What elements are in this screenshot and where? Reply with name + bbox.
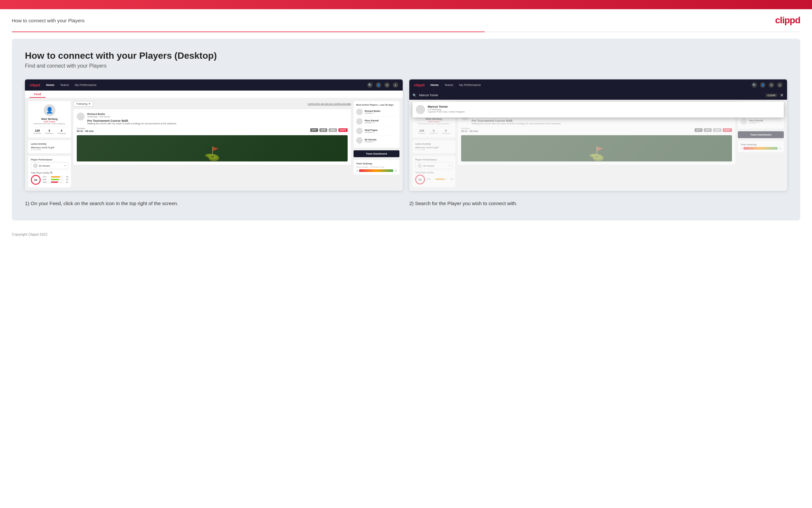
player-performance-card: Player Performance Eli Vincent ▾ Total P… [28,156,71,187]
user-icon[interactable]: 👤 [376,82,381,88]
mock-app-2: clippd Home Teams My Performance 🔍 👤 ⚙ ●… [409,79,787,190]
search-close-button[interactable]: ✕ [780,92,784,98]
profile-role-2: Golf Coach [416,120,452,123]
nav-item-teams[interactable]: Teams [60,83,69,87]
latest-activity-label-2: Latest Activity [415,143,452,145]
team-heatmap-label: Team Heatmap [356,162,397,165]
team-dashboard-button[interactable]: Team Dashboard [353,150,399,157]
player-select-avatar-2 [418,163,422,168]
shot-tags: OTT APP ARG PUTT [310,128,348,132]
feed-tab[interactable]: Feed [30,91,46,98]
nav-item-teams-2[interactable]: Teams [444,83,453,87]
player-perf-label: Player Performance [31,159,68,161]
total-quality-label-2: Total Player Quality [415,171,452,174]
duration-label-2: Duration [461,127,478,130]
player-select-name-2: Eli Vincent [423,165,448,167]
player-name: Hiral Pujara [365,129,397,131]
search-icon-2[interactable]: 🔍 [752,82,757,88]
profile-name: Blair McHarg [32,118,67,120]
heatmap-bar-2 [744,147,777,150]
app-right-1: Most Active Players - Last 30 days Richa… [353,101,399,187]
app-body-1: Blair McHarg Golf Coach Mill Ride Golf C… [25,98,403,190]
activity-desc-2: Walking the course with my coach to buil… [472,122,732,125]
stat-followers: 3 Followers [45,129,53,134]
panel-2: clippd Home Teams My Performance 🔍 👤 ⚙ ●… [409,79,787,190]
player-avatar [356,118,363,125]
player-perf-card-2: Player Performance Eli Vincent ▾ Total P… [413,156,455,187]
putt-tag-2: PUTT [723,128,732,132]
total-quality-label: Total Player Quality i [31,171,68,174]
arg-tag: ARG [329,128,337,132]
activity-meta: Yesterday · The Grove [87,116,348,118]
activity-info: Richard Butler Yesterday · The Grove Pre… [87,113,348,125]
app-nav-logo: clippd [30,83,40,87]
list-item: Piers Parnell Activities: 4 [356,117,397,126]
settings-icon[interactable]: ⚙ [384,82,390,88]
player-select-2: Eli Vincent ▾ [415,162,452,169]
search-input[interactable]: Marcus Turner [419,93,763,97]
following-button[interactable]: Following ▾ [74,101,93,107]
control-link[interactable]: Control who can see your activity and da… [307,103,351,105]
stat-followers-2: 3 Followers [429,129,438,134]
stat-followers-label-2: Followers [429,132,438,134]
panel-2-caption: 2) Search for the Player you wish to con… [409,200,787,207]
ott-bar-row: OTT 79 [43,176,68,178]
team-heatmap-card-2: Team Heatmap -5 +5 [738,141,784,152]
duration-label: Duration [77,127,94,130]
active-players-label: Most Active Players - Last 30 days [356,104,397,106]
stat-activities-2: 129 Activities [418,129,426,134]
player-name: Eli Vincent [365,138,397,141]
nav-item-performance[interactable]: My Performance [75,83,96,87]
app-left-1: Blair McHarg Golf Coach Mill Ride Golf C… [28,101,71,187]
header-divider [12,32,800,32]
avatar-icon[interactable]: ● [393,82,398,88]
stat-followers-num: 3 [45,129,53,132]
quality-section: 84 OTT 79 [31,175,68,185]
player-name: Piers Parnell [365,120,397,122]
list-item: Eli Vincent Activities: 1 [356,136,397,145]
nav-item-home-2[interactable]: Home [430,83,438,87]
duration-info: Duration 02 hr : 00 min [77,127,94,133]
activity-card-header: Richard Butler Yesterday · The Grove Pre… [77,113,348,125]
heatmap-bar [359,169,393,172]
search-bar-overlay: 🔍 Marcus Turner CLEAR ✕ [409,91,787,100]
latest-activity-label: Latest Activity [31,143,68,145]
player-activities: Activities: 4 [749,122,781,124]
app-nav-2: clippd Home Teams My Performance 🔍 👤 ⚙ ● [409,79,787,91]
main-subtitle: Find and connect with your Players [25,63,787,69]
app-track [51,179,63,180]
player-select-name: Eli Vincent [39,165,63,167]
nav-item-performance-2[interactable]: My Performance [459,83,481,87]
search-result-item[interactable]: Marcus Turner 1-5 Handicap Cypress Point… [416,105,780,114]
heatmap-plus-2: +5 [778,147,781,150]
stat-activities-label: Activities [34,132,41,134]
ott-tag-2: OTT [695,128,703,132]
search-clear-button[interactable]: CLEAR [765,93,777,97]
profile-role: Golf Coach [32,120,67,123]
avatar-icon-2[interactable]: ● [777,82,782,88]
user-icon-2[interactable]: 👤 [760,82,765,88]
activity-card-2: Richard Butler Yesterday · The Grove Pre… [458,109,735,165]
footer: Copyright Clippd 2022 [0,227,812,242]
stat-activities-label-2: Activities [418,132,426,134]
header: How to connect with your Players clippd [0,9,812,32]
nav-item-home[interactable]: Home [46,83,54,87]
stat-following-num: 4 [57,129,65,132]
heatmap-plus-icon: +5 [394,170,397,172]
player-select[interactable]: Eli Vincent ▾ [31,162,68,169]
player-info: Eli Vincent Activities: 1 [365,138,397,143]
latest-activity-2: Latest Activity Afternoon round of golf … [413,140,455,153]
ott-fill [51,176,60,177]
search-icon[interactable]: 🔍 [367,82,373,88]
app-nav-icons-2: 🔍 👤 ⚙ ● [752,82,782,88]
arg-track [51,181,63,183]
settings-icon-2[interactable]: ⚙ [769,82,774,88]
stat-following: 4 Following [57,129,65,134]
list-item: Richard Butler Activities: 7 [356,107,397,117]
player-info: Piers Parnell Activities: 4 [365,120,397,124]
profile-club-2: Mill Ride Golf Club, United Kingdom [416,123,452,125]
main-title: How to connect with your Players (Deskto… [25,50,787,61]
profile-card: Blair McHarg Golf Coach Mill Ride Golf C… [28,101,71,137]
quality-score: 84 [31,175,41,185]
following-row: Following ▾ Control who can see your act… [74,101,351,107]
